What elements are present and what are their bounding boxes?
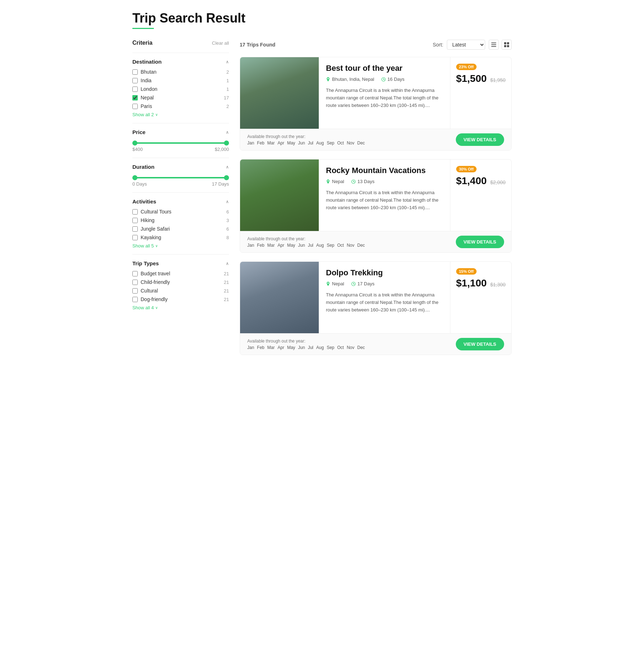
availability-info: Available through out the year: JanFebMa… xyxy=(247,339,365,350)
filter-label[interactable]: Hiking xyxy=(141,217,226,223)
month: Aug xyxy=(316,141,324,146)
view-details-button[interactable]: VIEW DETAILS xyxy=(456,133,504,146)
month: Sep xyxy=(327,243,334,248)
trip-location: Bhutan, India, Nepal xyxy=(326,77,374,82)
filter-checkbox[interactable] xyxy=(132,280,138,285)
grid-view-icon[interactable] xyxy=(502,40,512,50)
trip-price-old: $2,000 xyxy=(490,179,506,185)
month: Apr xyxy=(278,141,284,146)
sort-select[interactable]: Latest Price Low Price High Rating xyxy=(447,40,485,50)
page-title: Trip Search Result xyxy=(132,11,512,26)
svg-rect-4 xyxy=(507,42,509,44)
availability-info: Available through out the year: JanFebMa… xyxy=(247,134,365,146)
view-details-button[interactable]: VIEW DETAILS xyxy=(456,236,504,248)
filter-label[interactable]: India xyxy=(141,78,226,83)
trip-price: $1,500 xyxy=(456,73,487,84)
trip-types-chevron: ∧ xyxy=(226,261,229,266)
filter-label[interactable]: Cultural xyxy=(141,288,224,294)
filter-checkbox[interactable] xyxy=(132,226,138,232)
duration-min: 0 Days xyxy=(132,181,147,187)
trip-types-filter-header[interactable]: Trip Types ∧ xyxy=(132,260,229,266)
trip-info: Best tour of the year Bhutan, India, Nep… xyxy=(319,57,450,129)
month: Nov xyxy=(347,243,354,248)
filter-item: Kayaking8 xyxy=(132,235,229,240)
filter-checkbox[interactable] xyxy=(132,209,138,215)
price-filter-header[interactable]: Price ∧ xyxy=(132,129,229,135)
duration-max: 17 Days xyxy=(212,181,229,187)
filter-checkbox[interactable] xyxy=(132,69,138,75)
month: Dec xyxy=(357,345,365,350)
count-label: Trips Found xyxy=(247,42,275,48)
trip-types-show-all[interactable]: Show all 4 ∨ xyxy=(132,305,229,310)
clear-all-link[interactable]: Clear all xyxy=(212,40,229,46)
month: Jan xyxy=(247,141,254,146)
destination-title: Destination xyxy=(132,59,162,65)
filter-checkbox[interactable] xyxy=(132,235,138,240)
filter-item: Budget travel21 xyxy=(132,271,229,276)
filter-checkbox[interactable] xyxy=(132,78,138,83)
filter-item: Cultural Tours6 xyxy=(132,209,229,215)
filter-label[interactable]: Bhutan xyxy=(141,69,226,75)
month: Oct xyxy=(337,141,344,146)
trip-duration: 17 Days xyxy=(351,281,375,286)
trip-location: Nepal xyxy=(326,179,344,184)
count-number: 17 xyxy=(240,42,245,48)
month: May xyxy=(287,141,295,146)
filter-label[interactable]: Jungle Safari xyxy=(141,226,226,232)
month: Jul xyxy=(308,141,313,146)
price-max: $2,000 xyxy=(215,147,229,152)
filter-label[interactable]: Kayaking xyxy=(141,235,226,240)
price-thumb-left[interactable] xyxy=(132,141,137,146)
price-range-labels: $400 $2,000 xyxy=(132,147,229,152)
filter-checkbox[interactable] xyxy=(132,271,138,276)
filter-item: Paris2 xyxy=(132,103,229,109)
trip-pricing: 23% Off $1,500 $1,950 xyxy=(450,57,511,129)
main-layout: Criteria Clear all Destination ∧ Bhutan2… xyxy=(132,40,512,364)
price-min: $400 xyxy=(132,147,143,152)
trip-card: Rocky Mountain Vacations Nepal xyxy=(240,159,512,253)
price-track xyxy=(132,142,229,144)
filter-label[interactable]: London xyxy=(141,86,226,92)
filter-checkbox[interactable] xyxy=(132,95,138,100)
duration-thumb-left[interactable] xyxy=(132,175,137,180)
location-text: Bhutan, India, Nepal xyxy=(332,77,374,82)
list-view-icon[interactable] xyxy=(489,40,499,50)
month: Feb xyxy=(257,345,264,350)
filter-label[interactable]: Dog-friendly xyxy=(141,296,224,302)
trip-duration: 13 Days xyxy=(351,179,375,184)
clock-icon xyxy=(351,282,356,286)
filter-checkbox[interactable] xyxy=(132,87,138,92)
trip-types-filter-section: Trip Types ∧ Budget travel21Child-friend… xyxy=(132,254,229,316)
filter-label[interactable]: Child-friendly xyxy=(141,279,224,285)
trip-price: $1,100 xyxy=(456,277,487,289)
month: Feb xyxy=(257,243,264,248)
duration-text: 17 Days xyxy=(357,281,375,286)
activities-filter-section: Activities ∧ Cultural Tours6Hiking3Jungl… xyxy=(132,192,229,254)
duration-filter-header[interactable]: Duration ∧ xyxy=(132,164,229,170)
price-thumb-right[interactable] xyxy=(224,141,229,146)
destination-show-all[interactable]: Show all 2 ∨ xyxy=(132,112,229,117)
activities-show-all[interactable]: Show all 5 ∨ xyxy=(132,243,229,249)
trip-card-top: Best tour of the year Bhutan, India, Nep… xyxy=(240,57,511,129)
view-details-button[interactable]: VIEW DETAILS xyxy=(456,338,504,350)
filter-item: Jungle Safari6 xyxy=(132,226,229,232)
destination-filter-header[interactable]: Destination ∧ xyxy=(132,59,229,65)
activities-filter-header[interactable]: Activities ∧ xyxy=(132,198,229,205)
filter-item: India1 xyxy=(132,78,229,83)
filter-label[interactable]: Nepal xyxy=(141,95,224,100)
trip-price-old: $1,300 xyxy=(490,282,506,287)
duration-thumb-right[interactable] xyxy=(224,175,229,180)
trip-price-row: $1,500 $1,950 xyxy=(456,73,506,84)
results-count: 17 Trips Found xyxy=(240,42,275,48)
filter-label[interactable]: Cultural Tours xyxy=(141,209,226,215)
duration-track xyxy=(132,177,229,178)
available-label: Available through out the year: xyxy=(247,339,365,344)
trip-price: $1,400 xyxy=(456,175,487,186)
filter-checkbox[interactable] xyxy=(132,288,138,294)
months-list: JanFebMarAprMayJunJulAugSepOctNovDec xyxy=(247,141,365,146)
filter-checkbox[interactable] xyxy=(132,104,138,109)
filter-checkbox[interactable] xyxy=(132,297,138,302)
filter-checkbox[interactable] xyxy=(132,218,138,223)
filter-label[interactable]: Budget travel xyxy=(141,271,224,276)
filter-label[interactable]: Paris xyxy=(141,103,226,109)
